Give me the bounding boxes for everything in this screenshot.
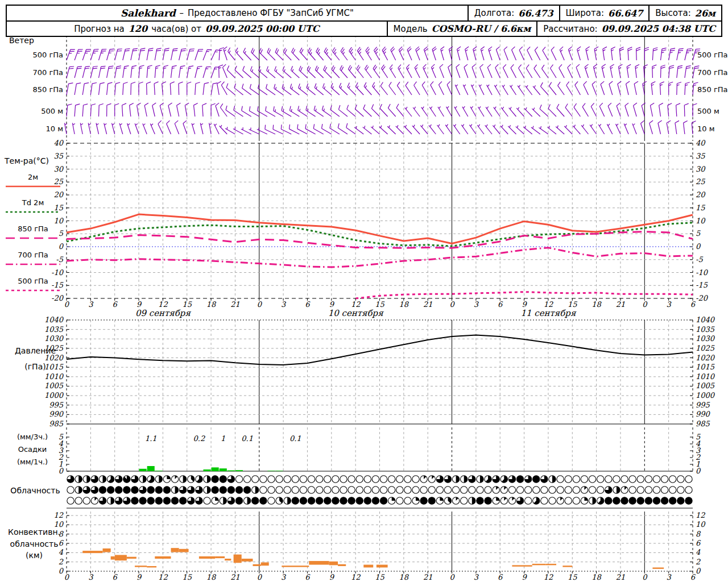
cloud-octa xyxy=(533,476,540,483)
cloud-octa xyxy=(364,476,371,483)
wind-barb xyxy=(147,82,151,95)
cloud-octa xyxy=(581,476,588,483)
wind-barb xyxy=(365,65,371,78)
wind-barb xyxy=(542,65,548,78)
cloud-octa xyxy=(204,497,210,504)
wind-barb xyxy=(155,48,161,60)
wind-barb xyxy=(494,107,500,117)
wind-barb xyxy=(611,47,615,61)
wind-barb xyxy=(489,47,492,60)
wind-barb xyxy=(203,66,211,78)
wind-barb xyxy=(308,48,315,60)
wind-barb xyxy=(407,64,412,78)
pressure-tick-label-right: 1040 xyxy=(696,315,715,324)
wind-barb xyxy=(143,123,147,134)
cloud-octa xyxy=(573,476,580,483)
cloud-octa xyxy=(677,476,684,483)
wind-barb xyxy=(502,85,508,95)
wind-barb xyxy=(194,103,198,117)
cloud-octa xyxy=(428,497,435,504)
wind-barb xyxy=(523,126,532,134)
wind-level-label-right: 700 гПа xyxy=(697,68,728,77)
wind-barb xyxy=(187,66,193,78)
wind-barb xyxy=(214,124,219,134)
cloud-octa-fill xyxy=(456,476,460,483)
wind-barb xyxy=(457,47,461,60)
wind-barb xyxy=(219,48,224,60)
wind-barb xyxy=(96,123,99,135)
cloud-octa-fill xyxy=(584,497,588,501)
bottom-hour-label: 18 xyxy=(592,573,602,581)
cloud-octa xyxy=(549,497,556,504)
cloud-octa xyxy=(524,497,531,504)
station-name: Salekhard xyxy=(121,7,176,19)
cloud-octa xyxy=(469,487,475,493)
wind-barb xyxy=(503,64,508,78)
cloud-octa xyxy=(621,476,628,483)
cloud-octa xyxy=(605,476,612,483)
wind-barb xyxy=(250,66,259,78)
bottom-hour-label: 6 xyxy=(498,573,503,581)
wind-barb xyxy=(290,84,299,95)
wind-barb xyxy=(627,64,631,78)
hour-label: 6 xyxy=(305,300,311,309)
wind-barb xyxy=(363,105,372,117)
cloud-octa-fill xyxy=(86,476,90,483)
wind-barb xyxy=(373,65,380,78)
wind-barb xyxy=(531,126,540,134)
wind-barb xyxy=(115,49,122,60)
wind-barb xyxy=(575,81,581,95)
bottom-hour-label: 6 xyxy=(305,573,311,581)
wind-barb xyxy=(82,66,90,78)
wind-barb xyxy=(398,65,404,78)
pressure-tick-label-left: 995 xyxy=(49,401,64,409)
cloud-octa xyxy=(461,487,468,493)
wind-level-label-right: 10 м xyxy=(697,124,714,133)
wind-barb xyxy=(203,49,212,60)
wind-barb xyxy=(112,123,115,134)
wind-barb xyxy=(568,64,573,78)
cloud-octa xyxy=(645,497,652,504)
wind-barb xyxy=(658,120,662,134)
precip-tick-label-left: 0 xyxy=(59,467,64,475)
cloud-octa xyxy=(276,487,283,493)
wind-barb xyxy=(139,48,145,60)
precip-amount-label: 0.2 xyxy=(193,434,205,443)
cloud-octa-fill xyxy=(223,497,226,504)
cloud-octa xyxy=(485,497,491,504)
conv-cloud-bar xyxy=(546,564,556,565)
wind-barb xyxy=(677,65,682,78)
calc-value: 09.09.2025 04:38 UTC xyxy=(602,23,715,34)
wind-barb xyxy=(526,85,532,95)
wind-barb xyxy=(548,105,556,117)
wind-barb xyxy=(519,47,524,60)
wind-barb xyxy=(346,123,355,134)
cloud-octa xyxy=(605,497,612,504)
wind-barb xyxy=(602,64,606,78)
wind-barb xyxy=(338,123,348,134)
cloud-octa xyxy=(685,487,692,493)
wind-level-label-left: 500 м xyxy=(41,107,63,115)
wind-barb xyxy=(607,124,612,134)
wind-barb xyxy=(585,64,588,78)
wind-barb xyxy=(249,128,259,135)
cloud-octa xyxy=(316,487,322,493)
bottom-hour-label: 9 xyxy=(329,573,335,581)
cloud-octa xyxy=(412,476,419,483)
wind-barb xyxy=(516,126,524,134)
wind-barb xyxy=(356,82,364,95)
latitude-label: Широта: xyxy=(566,8,604,18)
wind-barb xyxy=(590,124,597,134)
wind-barb xyxy=(652,65,657,78)
hour-label: 18 xyxy=(399,300,410,309)
cloud-octa xyxy=(332,497,339,504)
cloud-octa-fill xyxy=(464,476,468,483)
wind-barb xyxy=(363,126,372,134)
wind-barb xyxy=(195,49,203,60)
bottom-hour-label: 6 xyxy=(113,573,118,581)
wind-barb xyxy=(371,105,379,117)
wind-barb xyxy=(396,125,404,134)
hour-label: 9 xyxy=(522,300,527,309)
wind-barb xyxy=(477,124,484,134)
precip-bar xyxy=(276,471,283,471)
